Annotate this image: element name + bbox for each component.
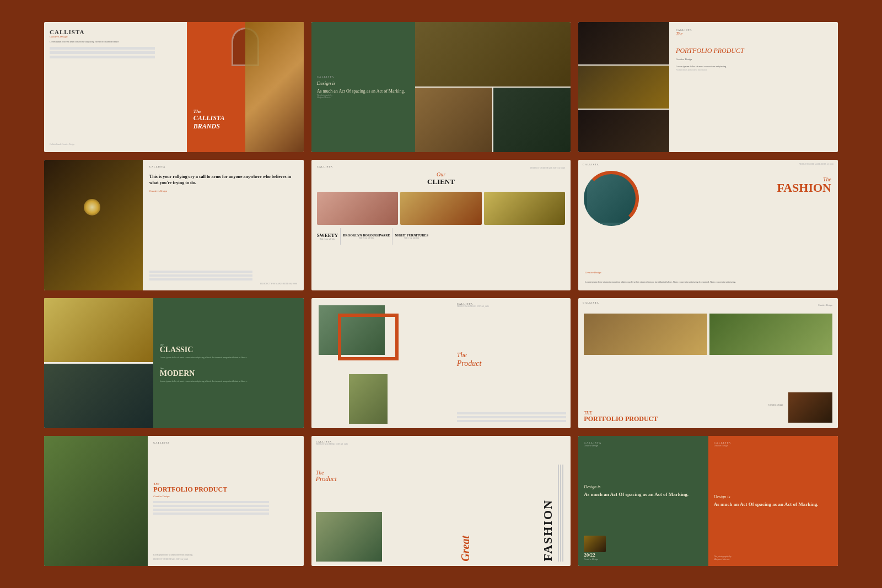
- client-sub-3: Title // one sub-title: [395, 237, 428, 239]
- photo-nude: [317, 192, 399, 225]
- form-rows: [153, 501, 298, 515]
- product-label: PRODUCT #/## MAKE: EDIT: ##, ####: [457, 305, 567, 308]
- form-row-4: [153, 513, 269, 515]
- slide-photo-left: [44, 160, 143, 290]
- fashion-photo: [316, 512, 382, 562]
- portfolio-title: PORTFOLIO PRODUCT: [153, 486, 298, 493]
- divider-1: [340, 228, 341, 245]
- design-text-area-2: Design is As much an Act Of spacing as a…: [714, 494, 832, 508]
- slide-header: CALLISTA PRODUCT #/## MAKE: EDIT: ##, ##…: [457, 303, 567, 308]
- sweety-brand: SWEETY: [317, 233, 338, 238]
- eye-photo-1: [584, 314, 707, 355]
- slide-right-content: CALLISTA PRODUCT #/## MAKE: EDIT: ##, ##…: [454, 303, 567, 424]
- form-row-1: [153, 501, 269, 503]
- creative-sm: Creative Design: [584, 558, 702, 560]
- our-label: Our: [317, 171, 566, 177]
- form-fields: [50, 47, 181, 58]
- footer-info: Product details and creative information: [676, 69, 831, 71]
- product-row-2: [457, 416, 567, 418]
- green-photo: [44, 436, 148, 566]
- fashion-vert: FASHION: [541, 499, 555, 562]
- portfolio-title: PORTFOLIO PRODUCT: [676, 47, 831, 55]
- vert-lines: [558, 440, 563, 562]
- creative-sm: Creative Design: [818, 304, 832, 306]
- product-label: PRODUCT GUIDE MAKE: EDIT: ##, ####: [799, 163, 833, 165]
- product-form-rows: [457, 412, 567, 424]
- photo-textured: [484, 192, 566, 225]
- eye-photos-row: [584, 314, 832, 355]
- divider-2: [392, 228, 392, 245]
- creative-label: Creative Design: [714, 444, 832, 447]
- design-italic: Design is: [584, 484, 702, 489]
- slide-callista-brands: CALLISTA Creative Design Lorem ipsum dol…: [44, 22, 304, 152]
- clients-brands-row: SWEETY Title // one sub-title BROOKLYN B…: [317, 228, 566, 245]
- form-row-3: [149, 278, 252, 280]
- great-text: Great: [459, 536, 472, 562]
- brand-label: CALLISTA: [149, 165, 297, 168]
- photo-mid-1: [578, 66, 669, 108]
- the-italic: The: [676, 31, 831, 36]
- slide-green-half: CALLISTA Creative Design Design is As mu…: [578, 436, 708, 566]
- client-brand-night: NIGHT FURNITURES Title // one sub-title: [395, 234, 428, 239]
- classic-desc: Lorem ipsum dolor sit amet consectetur a…: [160, 356, 297, 359]
- slide-split-design: CALLISTA Creative Design Design is As mu…: [578, 436, 838, 566]
- slide-great-fashion: CALLISTA PRODUCT #/## MAKE: EDIT: ##, ##…: [311, 436, 571, 566]
- product-label: PRODUCT #/## MAKE: EDIT: ##, ####: [149, 282, 297, 285]
- slide-label: Creative Design: [676, 58, 831, 62]
- design-text: As much an Act Of spacing as an Act of M…: [317, 88, 410, 94]
- brand-label: CALLISTA: [317, 165, 333, 168]
- page-number: 20/22: [584, 552, 702, 558]
- form-rows: [149, 271, 297, 280]
- photo-classic: [44, 298, 153, 363]
- rally-text: This is your rallying cry a call to arms…: [149, 174, 297, 186]
- slide-text-right: CALLISTA This is your rallying cry a cal…: [143, 160, 304, 290]
- form-row-3: [153, 509, 269, 511]
- slide-left-panel: CALLISTA Creative Design Lorem ipsum dol…: [44, 22, 187, 152]
- portfolio-title-area: The PORTFOLIO PRODUCT Creative Design Lo…: [676, 31, 831, 69]
- slide-right-fashion: Great FASHION: [454, 440, 567, 562]
- brand-label: CALLISTA: [583, 301, 599, 304]
- form-field-delivery: [50, 56, 155, 58]
- slide-client-sweety: CALLISTA PRODUCT GUIDE MAKE: EDIT: ##, #…: [311, 160, 571, 290]
- portfolio-title: PORTFOLIO PRODUCT: [584, 416, 658, 423]
- design-italic-2: Design is: [714, 494, 832, 499]
- slide-rallying-cry: CALLISTA This is your rallying cry a cal…: [44, 160, 304, 290]
- vline-3: [562, 465, 563, 562]
- design-body-2: As much an Act Of spacing as an Act of M…: [714, 501, 832, 508]
- product-label: PRODUCT GUIDE MAKE: EDIT: ##, ####: [153, 558, 298, 560]
- lamp-image: [584, 536, 606, 552]
- green-footer: 20/22 Creative Design: [584, 536, 702, 560]
- orange-footer: The photography byMargaret Morrow: [714, 555, 832, 560]
- vline-2: [560, 465, 561, 562]
- classic-section: Our CLASSIC Lorem ipsum dolor sit amet c…: [160, 343, 297, 359]
- client-sub-2: Title // one sub-title: [343, 237, 390, 239]
- product-row-1: [457, 412, 567, 414]
- client-heading-area: Our CLIENT: [317, 171, 566, 190]
- slide-portfolio-green: CALLISTA The PORTFOLIO PRODUCT Creative …: [44, 436, 304, 566]
- green-header: CALLISTA Creative Design: [584, 441, 702, 447]
- fashion-circle: [584, 171, 639, 226]
- photo-couple: [415, 88, 492, 152]
- slide-header: CALLISTA PRODUCT #/## MAKE: EDIT: ##, ##…: [316, 440, 454, 445]
- brand-label: CALLISTA: [50, 29, 181, 35]
- brand-label: CALLISTA: [583, 163, 599, 166]
- form-field-details: [50, 47, 155, 50]
- creative-label: Creative Design: [153, 495, 298, 498]
- modern-section: Our MODERN Lorem ipsum dolor sit amet co…: [160, 367, 297, 383]
- product-row-3: [457, 420, 567, 422]
- form-row-2: [149, 274, 252, 277]
- slide-left-content: CALLISTA PRODUCT #/## MAKE: EDIT: ##, ##…: [316, 440, 454, 562]
- creative-bottom: Creative Design: [768, 403, 783, 406]
- portfolio-bottom-text: THE PORTFOLIO PRODUCT: [584, 411, 658, 423]
- slide-photos-left: [44, 298, 153, 428]
- slide-right-text: Our CLASSIC Lorem ipsum dolor sit amet c…: [153, 298, 304, 428]
- slide-orange-half: CALLISTA Creative Design Design is As mu…: [708, 436, 838, 566]
- design-text-area: Design is As much an Act Of spacing as a…: [584, 484, 702, 498]
- small-photo: [349, 374, 388, 424]
- vline-1: [558, 465, 559, 562]
- form-row-1: [149, 271, 252, 273]
- slide-desc: Lorem ipsum dolor sit amet consectetur a…: [676, 65, 831, 69]
- client-heading: CLIENT: [317, 177, 566, 186]
- bottom-info: Lorem ipsum dolor sit amet consectetur a…: [153, 554, 298, 557]
- brand-label: CALLISTA: [317, 75, 410, 78]
